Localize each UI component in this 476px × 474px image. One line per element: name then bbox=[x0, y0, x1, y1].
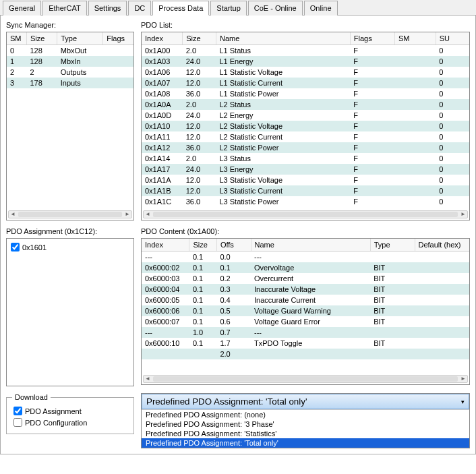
col-type[interactable]: Type bbox=[370, 239, 415, 251]
col-default-hex-[interactable]: Default (hex) bbox=[415, 239, 469, 251]
table-row[interactable]: 0x6000:060.10.5Voltage Guard WarningBIT bbox=[142, 305, 469, 316]
table-row[interactable]: 0x6000:020.10.1OvervoltageBIT bbox=[142, 262, 469, 273]
tab-settings[interactable]: Settings bbox=[88, 1, 127, 16]
col-sm[interactable]: SM bbox=[7, 32, 26, 45]
tab-general[interactable]: General bbox=[3, 1, 41, 16]
predefined-dropdown-list[interactable]: Predefined PDO Assignment: (none)Predefi… bbox=[142, 409, 469, 448]
col-size[interactable]: Size bbox=[183, 32, 216, 45]
col-size[interactable]: Size bbox=[26, 32, 57, 45]
table-row[interactable]: 3178Inputs bbox=[7, 78, 133, 88]
tab-dc[interactable]: DC bbox=[128, 1, 151, 16]
download-item[interactable]: PDO Assignment bbox=[12, 405, 128, 417]
table-row[interactable]: 0128MbxOut bbox=[7, 45, 133, 57]
table-row[interactable]: 1128MbxIn bbox=[7, 56, 133, 67]
col-flags[interactable]: Flags bbox=[103, 32, 133, 45]
table-row[interactable]: 0x1A1236.0L2 Statistic PowerF0 bbox=[142, 142, 469, 153]
pdocontent-scrollbar[interactable] bbox=[143, 375, 468, 383]
tab-startup[interactable]: Startup bbox=[210, 1, 246, 16]
pdo-assignment-box[interactable]: 0x1601 bbox=[6, 238, 134, 386]
sync-scrollbar[interactable] bbox=[8, 210, 132, 218]
download-label: PDO Assignment bbox=[25, 407, 82, 415]
predefined-dropdown-button[interactable]: Predefined PDO Assignment: 'Total only' bbox=[142, 394, 469, 409]
table-row[interactable]: 0x6000:040.10.3Inaccurate VoltageBIT bbox=[142, 284, 469, 295]
table-row[interactable]: 0x1A0836.0L1 Statistic PowerF0 bbox=[142, 88, 469, 99]
download-label: PDO Configuration bbox=[25, 419, 87, 427]
table-row[interactable]: 0x1A1724.0L3 EnergyF0 bbox=[142, 164, 469, 175]
table-row[interactable]: 0x1A0612.0L1 Statistic VoltageF0 bbox=[142, 67, 469, 78]
download-fieldset: Download PDO AssignmentPDO Configuration bbox=[6, 393, 134, 434]
tab-process-data[interactable]: Process Data bbox=[152, 1, 209, 16]
pdo-content-label: PDO Content (0x1A00): bbox=[141, 227, 470, 235]
col-type[interactable]: Type bbox=[57, 32, 103, 45]
pdo-content-table[interactable]: IndexSizeOffsNameTypeDefault (hex) ---0.… bbox=[141, 238, 470, 385]
table-row[interactable]: 0x6000:050.10.4Inaccurate CurrentBIT bbox=[142, 295, 469, 305]
tab-online[interactable]: Online bbox=[304, 1, 338, 16]
col-name[interactable]: Name bbox=[251, 239, 370, 251]
table-row[interactable]: 22Outputs bbox=[7, 67, 133, 78]
sync-manager-label: Sync Manager: bbox=[6, 21, 134, 29]
table-row[interactable]: 0x1A1C36.0L3 Statistic PowerF0 bbox=[142, 196, 469, 207]
download-checkbox[interactable] bbox=[13, 418, 22, 427]
table-row[interactable]: 0x1A1012.0L2 Statistic VoltageF0 bbox=[142, 121, 469, 131]
table-row[interactable]: 2.0 bbox=[142, 349, 469, 359]
predef-option[interactable]: Predefined PDO Assignment: '3 Phase' bbox=[142, 419, 469, 429]
pdo-list-table[interactable]: IndexSizeNameFlagsSMSU 0x1A002.0L1 Statu… bbox=[141, 32, 470, 220]
sync-manager-table[interactable]: SMSizeTypeFlags 0128MbxOut1128MbxIn22Out… bbox=[6, 32, 134, 220]
col-offs[interactable]: Offs bbox=[216, 239, 251, 251]
col-flags[interactable]: Flags bbox=[350, 32, 394, 45]
assignment-label: 0x1601 bbox=[22, 243, 47, 251]
col-size[interactable]: Size bbox=[189, 239, 217, 251]
table-row[interactable]: 0x6000:100.11.7TxPDO ToggleBIT bbox=[142, 338, 469, 349]
predef-option[interactable]: Predefined PDO Assignment: (none) bbox=[142, 410, 469, 419]
table-row[interactable]: 0x1A002.0L1 StatusF0 bbox=[142, 45, 469, 57]
tabs-bar: GeneralEtherCATSettingsDCProcess DataSta… bbox=[0, 0, 476, 16]
download-item[interactable]: PDO Configuration bbox=[12, 417, 128, 428]
table-row[interactable]: 0x6000:030.10.2OvercurrentBIT bbox=[142, 273, 469, 284]
pdo-list-label: PDO List: bbox=[141, 21, 470, 29]
table-row[interactable]: 0x1A0A2.0L2 StatusF0 bbox=[142, 99, 469, 110]
table-row[interactable]: 0x1A1B12.0L3 Statistic CurrentF0 bbox=[142, 185, 469, 196]
assignment-checkbox[interactable] bbox=[11, 243, 20, 251]
table-row[interactable]: ---0.10.0--- bbox=[142, 251, 469, 263]
download-legend: Download bbox=[12, 393, 51, 401]
pdolist-scrollbar[interactable] bbox=[143, 210, 468, 218]
tab-coe-online[interactable]: CoE - Online bbox=[248, 1, 303, 16]
table-row[interactable]: 0x6000:070.10.6Voltage Guard ErrorBIT bbox=[142, 316, 469, 327]
table-row[interactable]: 0x1A0712.0L1 Statistic CurrentF0 bbox=[142, 78, 469, 88]
predefined-assignment: Predefined PDO Assignment: 'Total only' … bbox=[141, 393, 470, 448]
col-index[interactable]: Index bbox=[142, 32, 183, 45]
predef-option[interactable]: Predefined PDO Assignment: 'Total only' bbox=[142, 438, 469, 448]
download-checkbox[interactable] bbox=[13, 407, 22, 415]
predefined-dropdown-label: Predefined PDO Assignment: 'Total only' bbox=[146, 396, 307, 407]
predef-option[interactable]: Predefined PDO Assignment: 'Statistics' bbox=[142, 429, 469, 438]
pdo-assignment-label: PDO Assignment (0x1C12): bbox=[6, 227, 134, 235]
table-row[interactable]: 0x1A0324.0L1 EnergyF0 bbox=[142, 56, 469, 67]
col-sm[interactable]: SM bbox=[395, 32, 436, 45]
col-name[interactable]: Name bbox=[216, 32, 350, 45]
table-row[interactable]: ---1.00.7--- bbox=[142, 327, 469, 338]
tab-ethercat[interactable]: EtherCAT bbox=[42, 1, 86, 16]
assignment-item[interactable]: 0x1601 bbox=[9, 241, 131, 253]
table-row[interactable]: 0x1A1112.0L2 Statistic CurrentF0 bbox=[142, 131, 469, 142]
table-row[interactable]: 0x1A142.0L3 StatusF0 bbox=[142, 153, 469, 164]
table-row[interactable]: 0x1A1A12.0L3 Statistic VoltageF0 bbox=[142, 175, 469, 185]
table-row[interactable]: 0x1A0D24.0L2 EnergyF0 bbox=[142, 110, 469, 121]
col-index[interactable]: Index bbox=[142, 239, 189, 251]
col-su[interactable]: SU bbox=[436, 32, 469, 45]
